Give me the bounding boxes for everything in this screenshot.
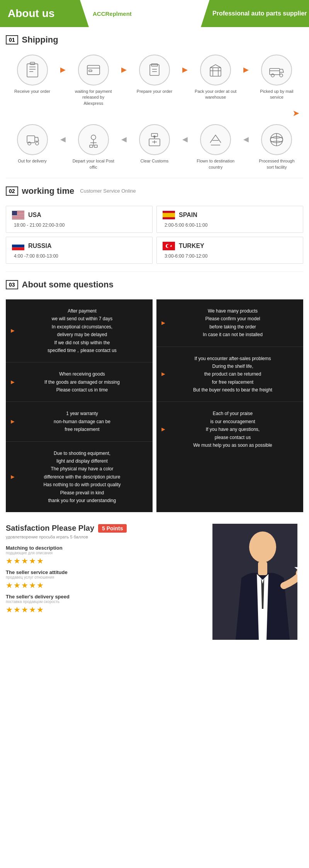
points-badge: 5 Points [98, 524, 127, 533]
arrow-3: ▶ [182, 65, 188, 74]
rating-desc-stars: ★★★★★ [6, 556, 199, 566]
q-block-r1: ► We have many productsPlease confirm yo… [156, 299, 303, 347]
flag-usa [12, 211, 24, 219]
step-circle-9 [200, 124, 231, 155]
step-pack: Pack your order at out warehouse [194, 55, 237, 101]
step-sort: Processed through sort facility [255, 124, 298, 170]
shipping-section: 01 Shipping Receive your order ▶ waiting… [0, 35, 309, 174]
step-label-4: Pack your order at out warehouse [194, 89, 237, 101]
rating-service-stars: ★★★★★ [6, 581, 199, 590]
svg-rect-12 [210, 68, 221, 76]
q-arrow-1: ► [10, 326, 16, 336]
step-label-10: Processed through sort facility [255, 158, 298, 170]
step-circle-10 [261, 124, 292, 155]
rating-service-sub: продавец услуг отношения [6, 575, 199, 579]
q-text-3: 1 year warrantynon-human damage can befr… [54, 411, 110, 432]
svg-point-30 [154, 136, 155, 137]
divider-1 [6, 178, 303, 178]
shipping-row-2: Out for delivery ◀ Depart your local Pos… [0, 120, 309, 174]
svg-rect-57 [258, 562, 267, 575]
svg-rect-9 [151, 64, 158, 66]
q-arrow-r1: ► [160, 318, 166, 328]
q-arrow-r2: ► [160, 369, 166, 379]
svg-rect-7 [89, 70, 92, 72]
step-flight: Flown to destination country [194, 124, 237, 170]
rating-delivery-label: The seller's delivery speed [6, 594, 199, 600]
q-block-r2: ► If you encounter after-sales problemsD… [156, 347, 303, 402]
svg-rect-20 [27, 136, 35, 143]
svg-rect-50 [12, 248, 24, 250]
step-label-2: waiting for payment released by Aliexpre… [72, 89, 115, 106]
q-block-3: ► 1 year warrantynon-human damage can be… [6, 402, 153, 441]
step-payment: waiting for payment released by Aliexpre… [72, 55, 115, 106]
rating-delivery: The seller's delivery speed поставка про… [6, 594, 199, 614]
satisfaction-sub: удовлетворение просьба играть 5 баллов [6, 535, 199, 539]
rating-delivery-stars: ★★★★★ [6, 605, 199, 614]
spain-name: SPAIN [179, 212, 197, 219]
svg-rect-47 [163, 213, 175, 217]
arrow-9: ◀ [243, 135, 249, 144]
country-card-usa: USA 18:00 - 21:00 22:00-3:00 [6, 206, 153, 233]
usa-name: USA [28, 212, 41, 219]
header: About us ACCReplment Professional auto p… [0, 0, 309, 27]
step-circle-8 [139, 124, 170, 155]
satisfaction-title: Satisfaction Please Play 5 Points [6, 524, 199, 533]
arrow-7: ◀ [121, 135, 127, 144]
questions-title: 03 About some questions [6, 280, 303, 290]
rating-service: The seller service attitude продавец усл… [6, 569, 199, 590]
step-label-5: Picked up by mail service [255, 89, 298, 101]
q-text-r1: We have many productsPlease confirm your… [203, 308, 263, 337]
step-pickup: Picked up by mail service [255, 55, 298, 101]
svg-rect-26 [90, 145, 93, 147]
q-text-1: After paymentwe will send out within 7 d… [48, 308, 117, 353]
arrow-down: ➤ [0, 108, 309, 118]
flag-russia [12, 242, 24, 250]
svg-point-17 [271, 74, 274, 77]
turkey-times: 3:00-6:00 7:00-12:00 [163, 253, 297, 259]
q-panel-right: ► We have many productsPlease confirm yo… [156, 299, 303, 512]
arrow-8: ◀ [182, 135, 188, 144]
rating-desc-label: Matching to description [6, 545, 199, 551]
country-header-russia: RUSSIA [12, 242, 146, 250]
shipping-row-1: Receive your order ▶ waiting for payment… [0, 51, 309, 110]
spain-times: 2:00-5:00 6:00-11:00 [163, 222, 297, 228]
satisfaction-right [207, 524, 303, 640]
working-time-section: 02 working time Customer Service Online … [0, 186, 309, 268]
svg-point-21 [28, 142, 31, 145]
svg-rect-16 [270, 68, 280, 75]
working-time-title: 02 working time Customer Service Online [6, 186, 303, 196]
brand-name: ACCReplment [93, 10, 132, 17]
arrow-1: ▶ [60, 65, 66, 74]
svg-rect-49 [12, 244, 24, 247]
svg-rect-48 [12, 242, 24, 244]
q-arrow-4: ► [10, 472, 16, 482]
svg-point-18 [280, 74, 283, 77]
satisfaction-section: Satisfaction Please Play 5 Points удовле… [0, 516, 309, 648]
rating-delivery-sub: поставка продавцом скорость [6, 600, 199, 604]
svg-rect-45 [12, 211, 17, 215]
working-label: working time [22, 186, 75, 196]
country-card-russia: RUSSIA 4:00 -7:00 8:00-13:00 [6, 237, 153, 264]
flag-turkey [163, 242, 175, 250]
step-circle-4 [200, 55, 231, 85]
header-about: About us [0, 0, 89, 27]
step-receive: Receive your order [11, 55, 54, 94]
step-circle-3 [139, 55, 170, 85]
usa-times: 18:00 - 21:00 22:00-3:00 [12, 222, 146, 228]
working-num: 02 [6, 186, 18, 196]
arrow-6: ◀ [60, 135, 66, 144]
rating-desc-sub: подцающие для описания [6, 551, 199, 555]
working-sub: Customer Service Online [80, 188, 136, 194]
step-prepare: Prepare your order [133, 55, 176, 94]
person-figure [212, 524, 297, 640]
svg-point-23 [91, 135, 96, 140]
svg-rect-43 [12, 217, 24, 217]
q-arrow-3: ► [10, 416, 16, 427]
turkey-name: TURKEY [179, 243, 204, 249]
step-circle-1 [17, 55, 48, 85]
rating-service-label: The seller service attitude [6, 569, 199, 575]
svg-rect-42 [12, 215, 24, 216]
step-customs: Clear Customs [133, 124, 176, 164]
country-card-spain: SPAIN 2:00-5:00 6:00-11:00 [156, 206, 303, 233]
arrow-2: ▶ [121, 65, 127, 74]
